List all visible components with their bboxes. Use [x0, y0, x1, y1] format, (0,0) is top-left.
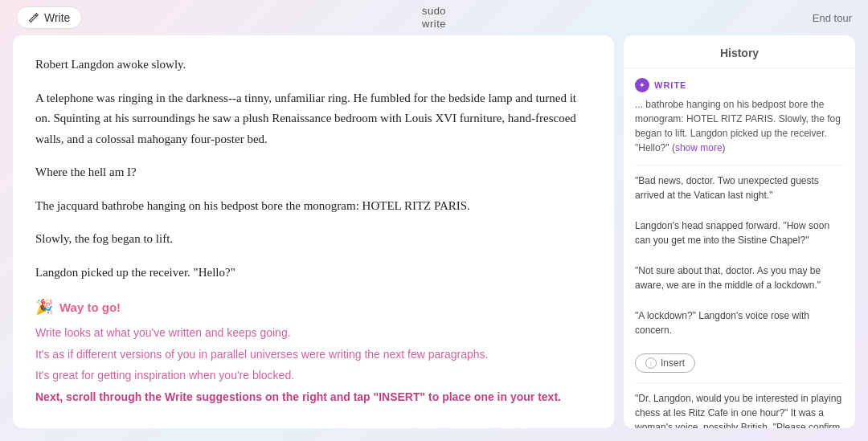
suggestion-line-1: Write looks at what you've written and k…: [35, 324, 592, 341]
end-tour-button[interactable]: End tour: [813, 12, 852, 24]
editor-pane: Robert Langdon awoke slowly. A telephone…: [13, 35, 614, 428]
history-title: History: [624, 35, 855, 68]
suggestion-line-2: It's as if different versions of you in …: [35, 345, 592, 363]
dialogue-item-1: "Bad news, doctor. Two unexpected guests…: [635, 174, 844, 210]
story-para-1: Robert Langdon awoke slowly.: [35, 55, 592, 76]
write-badge: ✦ WRITE: [635, 78, 844, 92]
excerpt-text: ... bathrobe hanging on his bedpost bore…: [635, 99, 841, 153]
write-button[interactable]: Write: [16, 6, 82, 29]
pen-icon: [28, 12, 39, 23]
dialogue-item-2: Langdon's head snapped forward. "How soo…: [635, 218, 844, 255]
suggestion-line-3: It's great for getting inspiration when …: [35, 366, 592, 384]
app-logo: sudo write: [422, 5, 446, 30]
story-para-6: Langdon picked up the receiver. "Hello?": [35, 263, 592, 284]
history-content[interactable]: ✦ WRITE ... bathrobe hanging on his bedp…: [624, 68, 855, 428]
story-para-2: A telephone was ringing in the darkness-…: [35, 88, 592, 150]
dialogue-item-4: "A lockdown?" Langdon's voice rose with …: [635, 308, 844, 345]
show-more-link[interactable]: show more: [675, 142, 723, 153]
story-para-4: The jacquard bathrobe hanging on his bed…: [35, 196, 592, 217]
dialogue-item-3: "Not sure about that, doctor. As you may…: [635, 263, 844, 300]
party-icon: 🎉: [35, 298, 53, 316]
suggestion-header: 🎉 Way to go!: [35, 298, 592, 316]
logo-line2: write: [422, 18, 446, 31]
story-text: Robert Langdon awoke slowly. A telephone…: [35, 55, 592, 296]
logo-line1: sudo: [422, 5, 446, 18]
history-excerpt: ... bathrobe hanging on his bedpost bore…: [635, 97, 844, 155]
insert-button-1[interactable]: ↓ Insert: [635, 353, 695, 373]
write-badge-label: WRITE: [654, 80, 686, 90]
suggestion-line-4: Next, scroll through the Write suggestio…: [35, 388, 592, 406]
separator-2: [635, 382, 844, 383]
way-to-go-label: Way to go!: [59, 300, 121, 314]
story-para-3: Where the hell am I?: [35, 162, 592, 183]
story-para-5: Slowly, the fog began to lift.: [35, 229, 592, 250]
write-badge-icon: ✦: [635, 78, 649, 92]
top-nav: Write sudo write End tour: [0, 0, 868, 35]
insert-icon-1: ↓: [645, 357, 657, 369]
history-pane: History ✦ WRITE ... bathrobe hanging on …: [624, 35, 855, 428]
write-button-label: Write: [44, 11, 70, 24]
main-area: Robert Langdon awoke slowly. A telephone…: [0, 35, 868, 441]
insert-label-1: Insert: [661, 357, 685, 369]
separator-1: [635, 165, 844, 165]
dialogue-item-5: "Dr. Langdon, would you be interested in…: [635, 391, 844, 428]
